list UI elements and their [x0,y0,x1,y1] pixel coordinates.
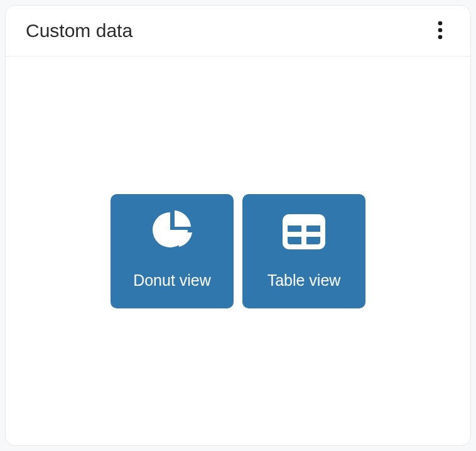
table-view-tile[interactable]: Table view [242,194,365,308]
svg-point-0 [438,21,443,25]
pie-chart-icon [149,210,195,254]
donut-view-tile[interactable]: Donut view [111,194,234,308]
table-icon [281,210,327,254]
panel-header: Custom data [6,6,470,57]
panel-card: Custom data [5,5,471,446]
donut-view-label: Donut view [133,271,211,290]
table-view-label: Table view [268,271,341,290]
panel-title: Custom data [26,20,133,41]
more-options-button[interactable] [428,18,453,43]
more-vertical-icon [438,20,443,42]
svg-point-2 [438,35,443,39]
panel-body: Donut view Table view [6,57,470,445]
svg-point-1 [438,28,443,32]
